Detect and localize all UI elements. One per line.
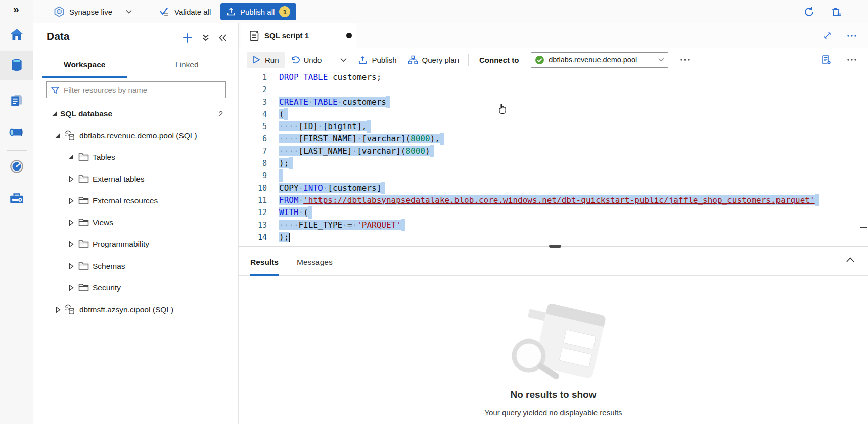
code-line-12: 12WITH·( (239, 206, 868, 219)
publish-all-label: Publish all (240, 8, 275, 16)
tree-collapsed-icon[interactable] (56, 307, 61, 313)
tree-collapsed-icon[interactable] (69, 198, 74, 204)
run-options-chevron[interactable] (335, 54, 352, 66)
tree-expanded-icon[interactable] (55, 133, 61, 138)
resource-tree: SQL database2dbtlabs.revenue.demo.pool (… (33, 103, 238, 320)
home-icon (9, 27, 24, 43)
separator (331, 54, 331, 66)
empty-results-subtitle: Your query yielded no displayable result… (239, 408, 868, 417)
query-plan-icon (408, 55, 418, 65)
scrollbar-thumb[interactable] (860, 227, 867, 228)
tree-item-views[interactable]: Views (33, 211, 238, 233)
tree-item-tables[interactable]: Tables (33, 146, 238, 168)
tree-item-sql-database[interactable]: SQL database2 (33, 103, 238, 124)
toolbar-more-button[interactable] (674, 55, 696, 65)
connect-to-label: Connect to (479, 56, 519, 64)
validate-all-label: Validate all (174, 8, 211, 16)
code-line-8: 8); (239, 157, 868, 169)
tree-expanded-icon[interactable] (52, 111, 58, 116)
collapse-results-icon[interactable] (846, 257, 855, 263)
sql-code-editor[interactable]: 1DROP TABLE customers;23CREATE·TABLE·cus… (239, 71, 868, 246)
tree-collapsed-icon[interactable] (69, 176, 74, 182)
nav-home[interactable] (0, 20, 33, 50)
mode-switcher[interactable]: Synapse live (54, 0, 132, 23)
undo-icon (290, 55, 300, 64)
rail-divider (7, 150, 27, 151)
tree-expanded-icon[interactable] (68, 154, 74, 160)
publish-all-button[interactable]: Publish all 1 (220, 3, 296, 20)
connect-pool-select[interactable]: dbtlabs.revenue.demo.pool (531, 52, 668, 68)
tree-item-label: Views (93, 218, 113, 227)
nav-manage[interactable] (0, 184, 33, 213)
connected-check-icon (535, 55, 544, 65)
toolbox-icon (9, 191, 25, 206)
tree-item-schemas[interactable]: Schemas (33, 255, 238, 277)
tab-sql-script-1[interactable]: SQL script 1 (241, 23, 356, 48)
mode-label: Synapse live (69, 8, 112, 16)
code-line-14: 14); (239, 231, 868, 243)
tree-item-programmability[interactable]: Programmability (33, 233, 238, 255)
nav-monitor[interactable] (0, 152, 33, 181)
tree-item-count: 2 (219, 109, 223, 118)
nav-data[interactable] (0, 51, 33, 80)
splitter-handle[interactable] (549, 245, 561, 248)
code-line-7: 7····[LAST_NAME]·[varchar](8000) (239, 145, 868, 157)
panel-title: Data (47, 30, 70, 43)
nav-develop[interactable] (0, 86, 33, 115)
tree-item-external-tables[interactable]: External tables (33, 168, 238, 190)
unsaved-dot (346, 33, 352, 38)
tab-more-icon[interactable] (847, 34, 857, 37)
tree-collapsed-icon[interactable] (69, 220, 74, 226)
query-plan-button[interactable]: Query plan (402, 52, 465, 68)
connected-pool-name: dbtlabs.revenue.demo.pool (549, 56, 654, 64)
line-number: 8 (239, 157, 267, 169)
nav-integrate[interactable] (0, 117, 33, 147)
line-number: 6 (239, 133, 267, 145)
tab-results[interactable]: Results (250, 249, 279, 276)
sql-pool-icon (65, 304, 76, 315)
tab-workspace[interactable]: Workspace (42, 55, 127, 78)
tree-collapsed-icon[interactable] (69, 285, 74, 291)
tree-item-security[interactable]: Security (33, 277, 238, 299)
pipeline-icon (9, 124, 25, 140)
panel-tabs: Workspace Linked (33, 55, 238, 78)
discard-trash-icon[interactable] (830, 6, 842, 18)
undo-button[interactable]: Undo (285, 52, 328, 68)
tree-collapsed-icon[interactable] (69, 263, 74, 269)
tab-linked[interactable]: Linked (145, 55, 230, 78)
line-number: 7 (239, 145, 267, 157)
publish-icon (226, 7, 236, 16)
collapse-all-icon[interactable] (202, 34, 210, 42)
line-number: 14 (239, 231, 267, 243)
editor-more-icon[interactable] (847, 58, 857, 61)
folder-icon (78, 175, 89, 183)
expand-rail-icon[interactable]: » (13, 3, 19, 15)
validate-icon (159, 7, 170, 17)
run-button[interactable]: Run (247, 52, 285, 68)
filter-resources-input[interactable] (64, 86, 221, 94)
validate-all-button[interactable]: Validate all (159, 0, 211, 23)
properties-icon[interactable] (821, 55, 832, 65)
tree-item-external-resources[interactable]: External resources (33, 190, 238, 211)
refresh-icon[interactable] (803, 6, 815, 18)
folder-icon (78, 240, 89, 248)
tree-item-label: SQL database (60, 109, 112, 118)
tab-messages[interactable]: Messages (297, 249, 333, 276)
no-results-illustration (492, 299, 614, 383)
tree-item-label: Tables (93, 153, 115, 162)
line-number: 12 (239, 206, 267, 219)
tree-item-dbtlabs-revenue-demo-pool-sql[interactable]: dbtlabs.revenue.demo.pool (SQL) (33, 124, 238, 146)
publish-doc-icon (358, 55, 368, 65)
code-line-9: 9 (239, 169, 868, 182)
line-number: 10 (239, 182, 267, 194)
editor-area: SQL script 1 Run Undo (239, 23, 868, 424)
add-resource-icon[interactable] (182, 32, 193, 44)
tree-item-dbtmsft-azsyn-cipool-sql[interactable]: dbtmsft.azsyn.cipool (SQL) (33, 299, 238, 320)
publish-button[interactable]: Publish (352, 52, 402, 68)
line-number: 9 (239, 169, 267, 182)
collapse-panel-icon[interactable] (218, 34, 227, 42)
left-nav-rail: » (0, 0, 33, 424)
expand-editor-icon[interactable] (823, 31, 832, 40)
tree-collapsed-icon[interactable] (69, 241, 74, 247)
tree-item-label: Programmability (93, 240, 149, 249)
